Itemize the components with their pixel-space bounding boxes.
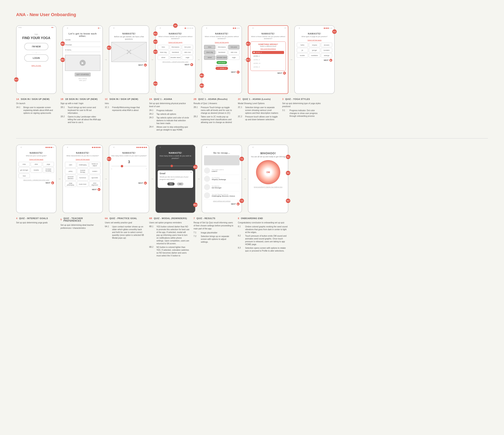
back-btn-2c[interactable]: <: [250, 26, 256, 30]
next-btn-3[interactable]: NEXT ▶: [324, 59, 332, 62]
forgot-link-8[interactable]: forgot something? Change Your Settings h…: [250, 186, 286, 188]
slider-6a[interactable]: [111, 166, 147, 166]
level-opt-4[interactable]: LEVEL 4: [252, 65, 284, 69]
opt-stronger[interactable]: get stronger: [18, 167, 30, 173]
next-btn-2c[interactable]: NEXT ▶: [277, 72, 286, 75]
option-wheel[interactable]: wheel: [158, 55, 169, 60]
option-lotus[interactable]: lotus: [158, 45, 169, 49]
back-btn-7[interactable]: <: [204, 146, 209, 149]
back-btn-8[interactable]: <: [250, 146, 256, 149]
slider-thumb-6a[interactable]: [121, 165, 123, 167]
opt-musical[interactable]: musical therapy: [77, 168, 88, 174]
option-trikonasana-2b[interactable]: trikonasana: [216, 45, 227, 49]
opt-anusara[interactable]: anusara: [321, 43, 332, 47]
opt-yoga[interactable]: yoga: [43, 162, 54, 166]
opt-humorous[interactable]: humorous: [77, 175, 88, 181]
phone-field[interactable]: [65, 43, 100, 47]
x-btn-2c[interactable]: ✕: [284, 27, 286, 29]
next-btn-7[interactable]: NEXT ▶: [231, 203, 240, 205]
opt-other[interactable]: other: [31, 162, 42, 166]
no-btn-6b[interactable]: NO: [177, 183, 183, 185]
select-all-4: Select all that apply: [18, 158, 54, 160]
btn-login[interactable]: LOGIN: [24, 54, 48, 62]
opt-hands-on[interactable]: hands on adjust: [89, 162, 100, 167]
option-eagle-2b[interactable]: eagle: [228, 55, 240, 60]
opt-strict[interactable]: strict alignment: [89, 181, 100, 187]
option-down-dog[interactable]: down dog: [158, 50, 169, 55]
did-friend-link[interactable]: Did a friendrefer you?: [65, 78, 100, 81]
next-btn-2a[interactable]: NEXT ▶: [185, 63, 193, 66]
option-side-crow[interactable]: side crow: [182, 50, 193, 55]
back-btn-6b[interactable]: <: [158, 146, 163, 149]
opt-jin[interactable]: jin: [297, 48, 308, 52]
back-btn-4[interactable]: <: [18, 146, 24, 149]
option-down-2b[interactable]: down dog: [204, 50, 215, 55]
opt-vinyasa[interactable]: vinyasa: [309, 43, 320, 47]
slider-thumb-6b[interactable]: [171, 165, 173, 167]
opt-hatha[interactable]: hatha: [297, 43, 308, 47]
play-button[interactable]: ▶: [80, 60, 86, 66]
opt-policy[interactable]: policy: [65, 168, 76, 174]
next-btn-5[interactable]: NEXT ▶: [92, 188, 100, 191]
email-field[interactable]: [65, 48, 100, 52]
next-btn-1c[interactable]: NEXT ▶: [138, 64, 147, 66]
yes-btn-6b[interactable]: YES: [167, 183, 175, 185]
level-opt-3p[interactable]: LEVEL 3+: [252, 62, 284, 65]
opt-ayurvedic[interactable]: ayurvedic: [89, 175, 100, 181]
option-side-2b[interactable]: side crow: [228, 50, 240, 55]
back-btn-5[interactable]: <: [65, 146, 70, 149]
next-btn-4[interactable]: NEXT ▶: [45, 182, 54, 184]
opt-iyengar[interactable]: iyengar: [309, 48, 320, 52]
option-wheel-2b[interactable]: wheel: [204, 55, 215, 60]
level-opt-2[interactable]: LEVEL 2: [252, 51, 284, 54]
level-desc-link[interactable]: See Level Descriptions: [252, 48, 284, 50]
back-btn-1b[interactable]: <: [65, 26, 70, 30]
modal-close-6b[interactable]: ✕: [190, 171, 192, 174]
help-link[interactable]: Help, I'm lost.: [18, 65, 54, 66]
level-opt-1[interactable]: LEVEL 1: [252, 55, 284, 58]
option-shoulder-stand[interactable]: shoulder stand: [170, 55, 181, 60]
next-btn-2b[interactable]: NEXT ▶: [231, 71, 240, 73]
back-btn-3[interactable]: <: [297, 26, 302, 30]
skip-4[interactable]: skip to home - I already know what I wan…: [18, 179, 54, 181]
opt-relax[interactable]: relax: [18, 162, 30, 166]
get-started-btn[interactable]: GET STARTED: [75, 72, 91, 77]
back-btn-6a[interactable]: <: [111, 146, 117, 149]
back-btn-2a[interactable]: <: [158, 26, 163, 30]
note-1b-2: 1B.2 Opens to play Landscape video telli…: [61, 115, 101, 124]
opt-flex[interactable]: increase flexibility: [43, 167, 54, 173]
slider-6b[interactable]: [158, 165, 193, 166]
opt-music-lover[interactable]: music lover: [77, 181, 88, 187]
option-hand-2b[interactable]: handstand: [216, 50, 227, 55]
opt-breathe[interactable]: breathe: [31, 167, 42, 173]
option-handstand[interactable]: handstand: [170, 50, 181, 55]
level-pill-2b[interactable]: ✓ LEVEL 2: [216, 67, 228, 70]
opt-heal[interactable]: heal: [18, 174, 30, 178]
video-placeholder[interactable]: ▶: [65, 55, 100, 71]
opt-personal[interactable]: personal attention: [65, 175, 76, 181]
level-opt-3[interactable]: LEVEL 3: [252, 58, 284, 61]
opt-calm[interactable]: calm: [65, 162, 76, 167]
option-shoulder-2b[interactable]: shoulder stand: [216, 55, 227, 60]
name-field[interactable]: [65, 38, 100, 42]
next-label-4: NEXT: [45, 182, 50, 184]
option-tree-2b[interactable]: tree pose: [228, 45, 240, 49]
ombre-graphic[interactable]: OM: [256, 160, 280, 184]
opt-challenging[interactable]: challenging: [77, 162, 88, 167]
skip-link-2a[interactable]: skip to home - I already know what I wan…: [158, 61, 193, 62]
option-lotus-2b[interactable]: lotus: [204, 45, 215, 49]
option-tree-pose[interactable]: tree pose: [182, 45, 193, 49]
opt-meditation[interactable]: meditation: [309, 53, 320, 58]
back-btn-1c[interactable]: <: [111, 26, 117, 30]
opt-astanga[interactable]: astanga: [321, 53, 332, 58]
adjust-settings-link[interactable]: adjust settings and continue: [204, 200, 240, 202]
opt-kundini[interactable]: kundini: [297, 53, 308, 58]
btn-im-new[interactable]: I'M NEW: [24, 43, 48, 50]
option-trikonasana[interactable]: trikonasana: [170, 45, 181, 49]
option-eagle[interactable]: eagle: [182, 55, 193, 60]
opt-yoga-phil[interactable]: yoga philosophy: [65, 181, 76, 187]
opt-modern[interactable]: modern: [89, 168, 100, 174]
next-btn-6a[interactable]: NEXT ▶: [138, 182, 147, 184]
opt-kundalini[interactable]: kundalini: [321, 48, 332, 52]
back-btn-2b[interactable]: <: [204, 26, 209, 30]
